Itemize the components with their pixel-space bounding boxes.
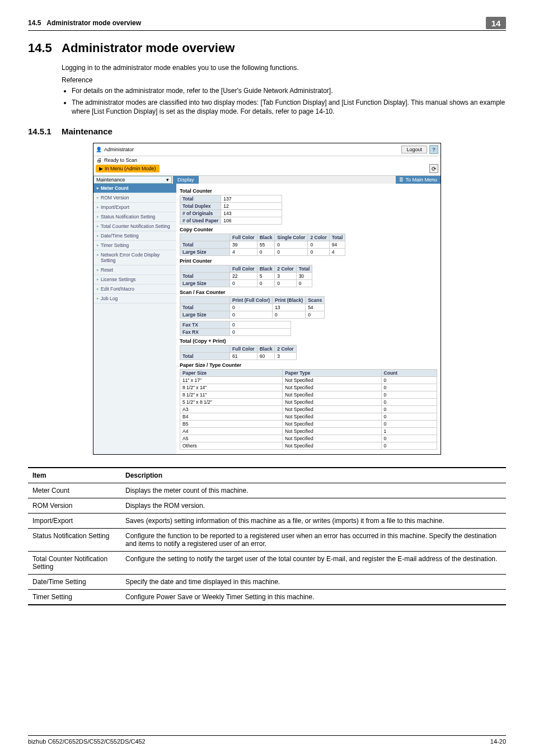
item-cell: Timer Setting (28, 590, 121, 605)
menu-icon: ≣ (399, 177, 404, 183)
nav-item[interactable]: ▸Date/Time Setting (93, 231, 176, 241)
logout-button[interactable]: Logout (401, 146, 427, 153)
col-header: Item (28, 468, 121, 483)
nav-item[interactable]: ▸Timer Setting (93, 241, 176, 250)
status-row: 🖨 Ready to Scan (93, 156, 441, 164)
list-item: The administrator modes are classified i… (72, 98, 506, 117)
sidebar-nav: ▸Meter Count ▸ROM Version ▸Import/Export… (93, 184, 176, 454)
mode-pill[interactable]: ▶ In Menu (Admin Mode) (96, 165, 160, 172)
subsection-heading: 14.5.1Maintenance (28, 127, 506, 136)
total-copy-print-table: Full ColorBlack2 Color Total61603 (180, 345, 297, 360)
panel-title: Total Counter (180, 188, 437, 194)
reference-list: For details on the administrator mode, r… (62, 86, 506, 116)
chevron-down-icon: ▾ (166, 177, 169, 183)
page-footer: bizhub C652/C652DS/C552/C552DS/C452 14-2… (28, 735, 506, 745)
panel-title: Scan / Fax Counter (180, 290, 437, 295)
nav-item[interactable]: ▸Meter Count (93, 184, 176, 193)
copy-counter-table: Full ColorBlackSingle Color2 ColorTotal … (180, 234, 345, 256)
panel-title: Paper Size / Type Counter (180, 362, 437, 368)
subsection-title: Maintenance (62, 127, 113, 136)
desc-cell: Configure the setting to notify the targ… (121, 552, 506, 575)
total-counter-table: Total137 Total Duplex12 # of Originals14… (180, 195, 282, 225)
running-header: 14.5 Administrator mode overview 14 (28, 17, 506, 31)
help-icon[interactable]: ? (429, 145, 438, 154)
paper-size-table: Paper SizePaper TypeCount 11" x 17"Not S… (180, 369, 437, 450)
col-header: Description (121, 468, 506, 483)
desc-cell: Displays the meter count of this machine… (121, 483, 506, 498)
section-number: 14.5 (28, 41, 62, 55)
nav-item[interactable]: ▸Edit Font/Macro (93, 284, 176, 294)
fax-table: Fax TX0 Fax RX0 (180, 321, 291, 336)
header-section-no: 14.5 (28, 19, 41, 27)
content-panel: Total Counter Total137 Total Duplex12 # … (176, 184, 441, 454)
footer-page: 14-20 (490, 738, 506, 745)
item-cell: Meter Count (28, 483, 121, 498)
item-cell: Status Notification Setting (28, 529, 121, 552)
description-table: ItemDescription Meter CountDisplays the … (28, 467, 506, 605)
panel-title: Copy Counter (180, 227, 437, 232)
intro-paragraph: Logging in to the administrator mode ena… (62, 63, 506, 73)
desc-cell: Displays the ROM version. (121, 498, 506, 514)
printer-icon: 🖨 (97, 157, 102, 163)
display-button[interactable]: Display (173, 176, 199, 184)
nav-item[interactable]: ▸Job Log (93, 294, 176, 304)
nav-item[interactable]: ▸Total Counter Notification Setting (93, 222, 176, 231)
refresh-icon[interactable]: ⟳ (429, 164, 438, 173)
reference-label: Reference (62, 76, 506, 84)
chapter-badge: 14 (486, 17, 506, 29)
category-select[interactable]: Maintenance ▾ (93, 176, 172, 184)
nav-item[interactable]: ▸License Settings (93, 275, 176, 284)
section-title: Administrator mode overview (62, 41, 235, 55)
screenshot: 👤 Administrator Logout ? 🖨 Ready to Scan… (93, 143, 441, 455)
footer-model: bizhub C652/C652DS/C552/C552DS/C452 (28, 738, 146, 745)
item-cell: Date/Time Setting (28, 575, 121, 590)
nav-item[interactable]: ▸Import/Export (93, 203, 176, 212)
panel-title: Total (Copy + Print) (180, 338, 437, 344)
desc-cell: Configure Power Save or Weekly Timer Set… (121, 590, 506, 605)
to-main-menu-button[interactable]: ≣ To Main Menu (396, 176, 441, 184)
item-cell: Total Counter Notification Setting (28, 552, 121, 575)
desc-cell: Configure the function to be reported to… (121, 529, 506, 552)
admin-user-label: 👤 Administrator (96, 147, 134, 152)
panel-title: Print Counter (180, 258, 437, 264)
user-icon: 👤 (96, 147, 102, 152)
subsection-number: 14.5.1 (28, 127, 62, 136)
item-cell: Import/Export (28, 514, 121, 529)
desc-cell: Saves (exports) setting information of t… (121, 514, 506, 529)
nav-item[interactable]: ▸Status Notification Setting (93, 212, 176, 222)
nav-item[interactable]: ▸Network Error Code Display Setting (93, 250, 176, 265)
arrow-icon: ▶ (99, 166, 103, 171)
section-heading: 14.5Administrator mode overview (28, 41, 506, 55)
nav-item[interactable]: ▸ROM Version (93, 193, 176, 203)
scan-fax-table: Print (Full Color)Print (Black)Scans Tot… (180, 296, 325, 319)
item-cell: ROM Version (28, 498, 121, 514)
desc-cell: Specify the date and time displayed in t… (121, 575, 506, 590)
print-counter-table: Full ColorBlack2 ColorTotal Total225330 … (180, 265, 312, 287)
header-section-title: Administrator mode overview (46, 19, 141, 27)
nav-item[interactable]: ▸Reset (93, 265, 176, 275)
list-item: For details on the administrator mode, r… (72, 86, 506, 96)
